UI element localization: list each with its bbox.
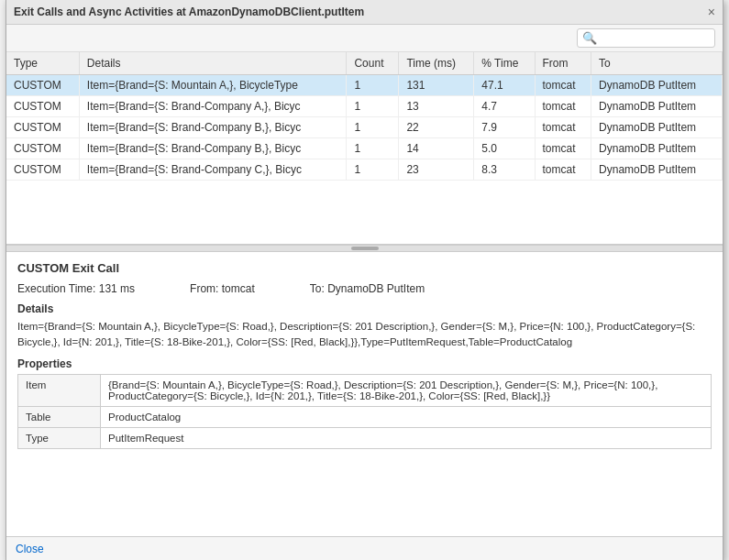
execution-time-label: Execution Time: xyxy=(17,282,95,295)
table-cell: DynamoDB PutItem xyxy=(591,137,723,159)
table-cell: 5.0 xyxy=(474,137,535,159)
main-dialog: Exit Calls and Async Activities at Amazo… xyxy=(6,0,723,560)
table-cell: 1 xyxy=(347,116,399,137)
property-key: Item xyxy=(18,375,101,407)
close-link[interactable]: Close xyxy=(16,543,44,555)
table-cell: CUSTOM xyxy=(6,116,79,137)
table-cell: DynamoDB PutItem xyxy=(591,74,723,95)
calls-table-section: Type Details Count Time (ms) % Time From… xyxy=(6,52,723,245)
property-row: TypePutItemRequest xyxy=(18,428,712,449)
table-cell: 8.3 xyxy=(474,159,535,180)
table-cell: DynamoDB PutItem xyxy=(591,95,723,116)
search-bar: 🔍 xyxy=(6,25,723,52)
table-cell: 1 xyxy=(347,137,399,159)
execution-time: Execution Time: 131 ms xyxy=(17,282,135,295)
table-cell: 47.1 xyxy=(474,74,535,95)
table-cell: DynamoDB PutItem xyxy=(591,159,723,180)
table-cell: tomcat xyxy=(535,159,591,180)
table-cell: tomcat xyxy=(535,116,591,137)
table-cell: Item={Brand={S: Brand-Company A,}, Bicyc xyxy=(79,95,347,116)
properties-table: Item{Brand={S: Mountain A,}, BicycleType… xyxy=(17,374,712,449)
table-cell: 131 xyxy=(399,74,474,95)
table-cell: DynamoDB PutItem xyxy=(591,116,723,137)
close-x-button[interactable]: × xyxy=(708,5,715,18)
footer-bar: Close xyxy=(6,536,723,561)
table-row[interactable]: CUSTOMItem={Brand={S: Brand-Company B,},… xyxy=(6,137,723,159)
from-meta: From: tomcat xyxy=(190,282,255,295)
property-value: PutItemRequest xyxy=(101,428,712,449)
property-value: ProductCatalog xyxy=(101,407,712,428)
col-from: From xyxy=(535,52,591,75)
to-meta: To: DynamoDB PutItem xyxy=(310,282,425,295)
table-cell: 4.7 xyxy=(474,95,535,116)
table-cell: Item={Brand={S: Brand-Company C,}, Bicyc xyxy=(79,159,347,180)
execution-time-value: 131 ms xyxy=(99,282,135,295)
table-cell: 13 xyxy=(399,95,474,116)
properties-label: Properties xyxy=(17,357,712,370)
table-cell: tomcat xyxy=(535,137,591,159)
col-to: To xyxy=(591,52,723,75)
table-row[interactable]: CUSTOMItem={Brand={S: Brand-Company B,},… xyxy=(6,116,723,137)
property-row: Item{Brand={S: Mountain A,}, BicycleType… xyxy=(18,375,712,407)
dialog-titlebar: Exit Calls and Async Activities at Amazo… xyxy=(6,0,723,25)
table-cell: tomcat xyxy=(535,95,591,116)
table-cell: CUSTOM xyxy=(6,95,79,116)
property-key: Type xyxy=(18,428,101,449)
table-cell: Item={Brand={S: Brand-Company B,}, Bicyc xyxy=(79,137,347,159)
calls-table: Type Details Count Time (ms) % Time From… xyxy=(6,52,723,181)
col-pct-time: % Time xyxy=(474,52,535,75)
detail-title: CUSTOM Exit Call xyxy=(17,261,712,275)
divider-handle xyxy=(351,247,379,250)
col-time: Time (ms) xyxy=(399,52,474,75)
search-input-wrap[interactable]: 🔍 xyxy=(577,28,715,48)
table-cell: 7.9 xyxy=(474,116,535,137)
table-cell: CUSTOM xyxy=(6,74,79,95)
table-cell: 1 xyxy=(347,159,399,180)
search-input[interactable] xyxy=(600,31,710,44)
table-cell: 1 xyxy=(347,74,399,95)
details-label: Details xyxy=(17,302,712,315)
dialog-title: Exit Calls and Async Activities at Amazo… xyxy=(14,5,364,18)
table-cell: 22 xyxy=(399,116,474,137)
table-row[interactable]: CUSTOMItem={Brand={S: Brand-Company C,},… xyxy=(6,159,723,180)
property-row: TableProductCatalog xyxy=(18,407,712,428)
search-icon: 🔍 xyxy=(582,31,597,45)
table-cell: 23 xyxy=(399,159,474,180)
col-count: Count xyxy=(347,52,399,75)
table-cell: Item={Brand={S: Mountain A,}, BicycleTyp… xyxy=(79,74,347,95)
table-cell: CUSTOM xyxy=(6,159,79,180)
table-row[interactable]: CUSTOMItem={Brand={S: Brand-Company A,},… xyxy=(6,95,723,116)
from-value: tomcat xyxy=(222,282,255,295)
col-type: Type xyxy=(6,52,79,75)
detail-meta: Execution Time: 131 ms From: tomcat To: … xyxy=(17,282,712,295)
table-cell: 1 xyxy=(347,95,399,116)
to-value: DynamoDB PutItem xyxy=(327,282,425,295)
table-cell: 14 xyxy=(399,137,474,159)
to-label: To: xyxy=(310,282,325,295)
from-label: From: xyxy=(190,282,218,295)
property-key: Table xyxy=(18,407,101,428)
table-row[interactable]: CUSTOMItem={Brand={S: Mountain A,}, Bicy… xyxy=(6,74,723,95)
table-cell: Item={Brand={S: Brand-Company B,}, Bicyc xyxy=(79,116,347,137)
property-value: {Brand={S: Mountain A,}, BicycleType={S:… xyxy=(101,375,712,407)
detail-section: CUSTOM Exit Call Execution Time: 131 ms … xyxy=(6,252,723,536)
table-cell: CUSTOM xyxy=(6,137,79,159)
details-text: Item={Brand={S: Mountain A,}, BicycleTyp… xyxy=(17,319,712,351)
table-cell: tomcat xyxy=(535,74,591,95)
divider-bar xyxy=(6,245,723,252)
table-header-row: Type Details Count Time (ms) % Time From… xyxy=(6,52,723,75)
col-details: Details xyxy=(79,52,347,75)
